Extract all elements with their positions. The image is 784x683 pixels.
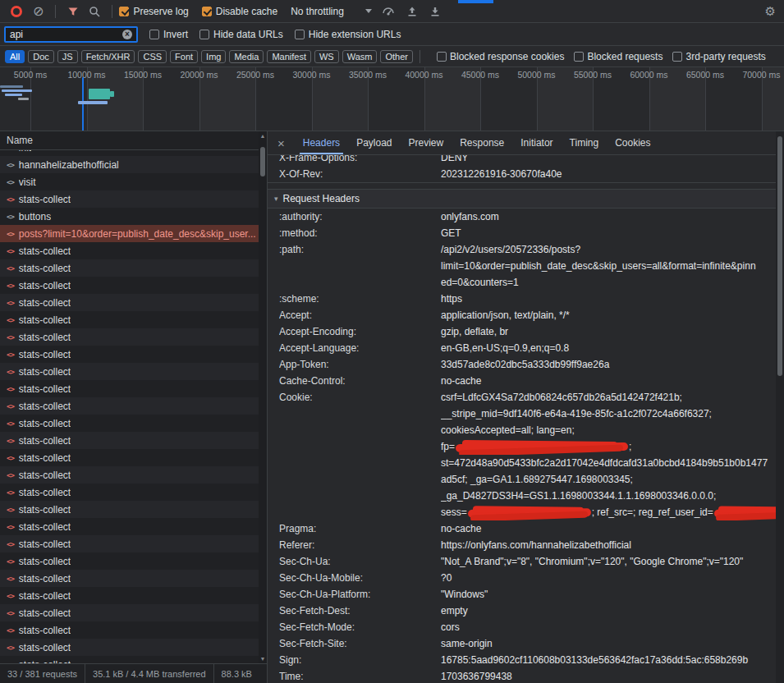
export-har-icon[interactable] [429, 6, 441, 17]
request-row[interactable]: <>init [0, 150, 267, 156]
network-conditions-icon[interactable] [382, 6, 395, 17]
request-row[interactable]: <>stats-collect [0, 380, 267, 397]
filter-input[interactable]: api × [4, 26, 138, 43]
tab-initiator[interactable]: Initiator [512, 131, 561, 154]
import-har-icon[interactable] [406, 6, 418, 17]
request-row[interactable]: <>stats-collect [0, 587, 267, 604]
disable-cache-checkbox[interactable]: Disable cache [202, 6, 277, 17]
clear-network-log-icon[interactable]: ⊘ [33, 5, 44, 18]
filter-chip-fetch-xhr[interactable]: Fetch/XHR [81, 50, 135, 63]
record-button[interactable] [11, 6, 22, 17]
clear-filter-icon[interactable]: × [122, 30, 132, 39]
close-details-icon[interactable]: × [268, 136, 295, 150]
tab-preview[interactable]: Preview [401, 131, 452, 154]
header-value-line: __stripe_mid=9df140f6-e64a-419e-85fc-a1c… [441, 406, 776, 422]
request-headers-section-header[interactable]: ▾ Request Headers [268, 189, 776, 209]
blocked-requests-checkbox[interactable]: Blocked requests [574, 51, 663, 62]
filter-chip-js[interactable]: JS [57, 50, 78, 63]
request-row[interactable]: <>stats-collect [0, 639, 267, 656]
header-value-text: empty [441, 605, 468, 617]
request-row[interactable]: <>stats-collect [0, 432, 267, 449]
request-name: stats-collect [19, 280, 71, 291]
tab-cookies[interactable]: Cookies [607, 131, 658, 154]
filter-chip-css[interactable]: CSS [138, 50, 167, 63]
request-name: stats-collect [19, 245, 71, 257]
search-icon[interactable] [89, 6, 100, 17]
request-list-scrollbar[interactable]: ▲ ▼ [259, 131, 267, 663]
network-main-area: Name <>init<>hannahelizabethofficial<>vi… [0, 131, 784, 683]
hide-extension-urls-checkbox[interactable]: Hide extension URLs [295, 29, 401, 40]
header-row: :method:GET [268, 225, 776, 241]
tab-timing[interactable]: Timing [562, 131, 607, 154]
scroll-down-icon[interactable]: ▼ [260, 654, 266, 663]
request-row[interactable]: <>stats-collect [0, 277, 267, 294]
request-row[interactable]: <>stats-collect [0, 484, 267, 501]
request-row[interactable]: <>stats-collect [0, 552, 267, 570]
request-headers-rows: :authority:onlyfans.com:method:GET:path:… [268, 209, 776, 683]
scrollbar-thumb[interactable] [777, 136, 782, 376]
request-row[interactable]: <>stats-collect [0, 346, 267, 363]
filter-chip-font[interactable]: Font [170, 50, 198, 63]
request-row[interactable]: <>stats-collect [0, 397, 267, 415]
request-row[interactable]: <>stats-collect [0, 415, 267, 432]
header-value-line: no-cache [441, 520, 776, 537]
header-row: :scheme:https [268, 291, 776, 307]
request-row[interactable]: <>stats-collect [0, 604, 267, 621]
request-row[interactable]: <>stats-collect [0, 328, 267, 346]
request-row[interactable]: <>stats-collect [0, 518, 267, 535]
request-row[interactable]: <>hannahelizabethofficial [0, 156, 267, 173]
throttling-dropdown[interactable]: No throttling [291, 6, 372, 17]
network-overview-timeline[interactable]: 5000 ms10000 ms15000 ms20000 ms25000 ms3… [0, 67, 784, 131]
timeline-tick-label: 50000 ms [517, 70, 555, 80]
request-row[interactable]: <>stats-collect [0, 190, 267, 208]
filter-chip-wasm[interactable]: Wasm [342, 50, 378, 63]
filter-chip-all[interactable]: All [5, 50, 25, 63]
toolbar-divider [55, 5, 56, 18]
request-row[interactable]: <>visit [0, 173, 267, 190]
request-row[interactable]: <>stats-collect [0, 311, 267, 328]
filter-icon[interactable] [67, 6, 79, 17]
request-row[interactable]: <>buttons [0, 208, 267, 225]
request-row[interactable]: <>stats-collect [0, 466, 267, 484]
hide-data-urls-checkbox[interactable]: Hide data URLs [199, 29, 283, 40]
request-row[interactable]: <>stats-collect [0, 656, 267, 663]
header-value-text: ad5cf; _ga=GA1.1.689275447.1698003345; [441, 474, 633, 485]
blocked-response-cookies-checkbox[interactable]: Blocked response cookies [437, 51, 564, 62]
request-row[interactable]: <>stats-collect [0, 621, 267, 639]
tab-payload[interactable]: Payload [348, 131, 400, 154]
header-name: Sec-Ch-Ua: [279, 553, 441, 570]
tab-response[interactable]: Response [452, 131, 512, 154]
invert-checkbox[interactable]: Invert [149, 29, 188, 40]
request-row[interactable]: <>stats-collect [0, 501, 267, 518]
tab-headers[interactable]: Headers [295, 131, 348, 154]
settings-gear-icon[interactable]: ⚙ [765, 4, 776, 19]
timeline-tick-label: 60000 ms [630, 70, 667, 80]
header-name: Accept-Language: [279, 340, 441, 356]
request-row[interactable]: <>stats-collect [0, 242, 267, 259]
request-name: stats-collect [19, 539, 71, 550]
header-value-line: limit=10&order=publish_date_desc&skip_us… [441, 258, 776, 274]
request-row[interactable]: <>stats-collect [0, 259, 267, 277]
third-party-requests-checkbox[interactable]: 3rd-party requests [672, 51, 765, 62]
filter-chip-other[interactable]: Other [380, 50, 413, 63]
collapse-triangle-icon: ▾ [274, 195, 278, 203]
filter-chip-img[interactable]: Img [201, 50, 226, 63]
scrollbar-thumb[interactable] [260, 147, 265, 176]
request-row[interactable]: <>stats-collect [0, 570, 267, 587]
scroll-up-icon[interactable]: ▲ [260, 131, 266, 140]
scrollbar-track[interactable] [259, 140, 267, 654]
request-row[interactable]: <>stats-collect [0, 535, 267, 552]
filter-chip-manifest[interactable]: Manifest [267, 50, 311, 63]
filter-chip-ws[interactable]: WS [314, 50, 339, 63]
filter-chip-media[interactable]: Media [229, 50, 264, 63]
header-value: 33d57ade8c02dbc5a333db99ff9ae26a [441, 356, 776, 373]
request-row[interactable]: <>stats-collect [0, 363, 267, 380]
request-row[interactable]: <>stats-collect [0, 449, 267, 466]
filter-chip-doc[interactable]: Doc [28, 50, 54, 63]
details-scrollbar[interactable] [776, 131, 784, 683]
request-row[interactable]: <>posts?limit=10&order=publish_date_desc… [0, 225, 267, 242]
request-row[interactable]: <>stats-collect [0, 294, 267, 311]
header-value-text: 33d57ade8c02dbc5a333db99ff9ae26a [441, 359, 609, 370]
preserve-log-checkbox[interactable]: Preserve log [119, 6, 188, 17]
name-column-header[interactable]: Name [0, 131, 267, 150]
